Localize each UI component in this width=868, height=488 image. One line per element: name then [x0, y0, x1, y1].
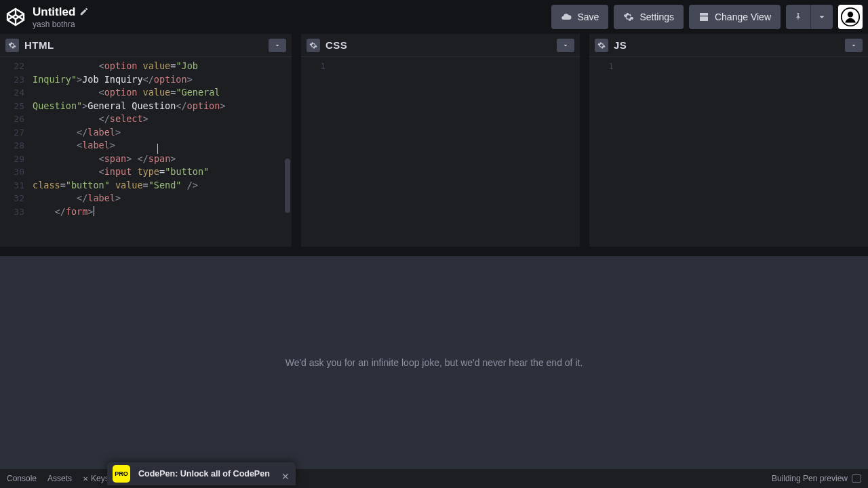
- code-css-body[interactable]: [331, 57, 580, 247]
- gear-icon: [8, 41, 16, 49]
- pin-split-button: [786, 5, 833, 29]
- keys-button[interactable]: Keys: [83, 474, 109, 483]
- chevron-down-icon: [561, 41, 570, 49]
- pane-js-header: JS: [589, 34, 868, 57]
- gear-icon: [623, 12, 634, 22]
- code-gutter: 1: [301, 57, 331, 247]
- pane-css-title: CSS: [326, 39, 347, 51]
- pane-html: HTML 222324252627282930313233 <option va…: [0, 34, 292, 247]
- pane-js-settings-button[interactable]: [595, 39, 608, 52]
- save-button[interactable]: Save: [551, 5, 608, 29]
- settings-label: Settings: [639, 12, 674, 22]
- console-button[interactable]: Console: [7, 474, 37, 483]
- pane-html-title: HTML: [24, 39, 54, 51]
- promo-close-button[interactable]: ✕: [279, 470, 292, 483]
- pane-js: JS 1: [589, 34, 868, 247]
- gear-icon: [597, 41, 606, 49]
- assets-button[interactable]: Assets: [47, 474, 72, 483]
- pane-css-menu-button[interactable]: [557, 39, 574, 52]
- pen-title[interactable]: Untitled: [33, 6, 75, 19]
- pane-css-header: CSS: [301, 34, 580, 57]
- preview-window-icon[interactable]: [852, 474, 861, 483]
- pin-caret-button[interactable]: [810, 5, 833, 29]
- pane-css: CSS 1: [301, 34, 580, 247]
- pane-js-title: JS: [614, 39, 627, 51]
- layout-icon: [698, 12, 709, 22]
- pen-author[interactable]: yash bothra: [33, 20, 89, 29]
- pro-badge: PRO: [113, 465, 130, 483]
- code-html-editor[interactable]: 222324252627282930313233 <option value="…: [0, 57, 292, 247]
- gear-icon: [309, 41, 317, 49]
- pane-html-header: HTML: [0, 34, 292, 57]
- settings-button[interactable]: Settings: [614, 5, 684, 29]
- change-view-button[interactable]: Change View: [689, 5, 781, 29]
- svg-rect-4: [700, 16, 708, 21]
- code-css-editor[interactable]: 1: [301, 57, 580, 247]
- pane-css-settings-button[interactable]: [307, 39, 320, 52]
- change-view-label: Change View: [715, 12, 771, 22]
- code-js-editor[interactable]: 1: [589, 57, 868, 247]
- svg-point-7: [848, 12, 853, 17]
- pane-js-menu-button[interactable]: [845, 39, 863, 52]
- editor-row: HTML 222324252627282930313233 <option va…: [0, 34, 868, 247]
- chevron-down-icon: [850, 41, 858, 49]
- pin-icon: [793, 12, 804, 22]
- topbar: Untitled yash bothra Save Settings Chang…: [0, 0, 868, 34]
- chevron-down-icon: [816, 12, 827, 22]
- scrollbar-thumb[interactable]: [285, 159, 290, 213]
- avatar[interactable]: [838, 5, 863, 29]
- promo-text: CodePen: Unlock all of CodePen: [138, 469, 270, 479]
- codepen-logo-icon[interactable]: [5, 7, 26, 27]
- save-label: Save: [577, 12, 599, 22]
- promo-card[interactable]: PRO CodePen: Unlock all of CodePen ✕: [107, 462, 296, 485]
- preview-placeholder-text: We'd ask you for an infinite loop joke, …: [285, 357, 583, 368]
- preview-pane: We'd ask you for an infinite loop joke, …: [0, 247, 868, 469]
- code-gutter: 222324252627282930313233: [0, 57, 30, 247]
- code-js-body[interactable]: [619, 57, 868, 247]
- text-caret-icon: [157, 144, 158, 154]
- chevron-down-icon: [273, 41, 281, 49]
- code-gutter: 1: [589, 57, 619, 247]
- edit-title-icon[interactable]: [79, 7, 89, 18]
- code-html-body[interactable]: <option value="Job Inquiry">Job Inquiry<…: [30, 57, 292, 247]
- pane-html-settings-button[interactable]: [5, 39, 19, 52]
- pin-button[interactable]: [786, 5, 810, 29]
- pane-html-menu-button[interactable]: [269, 39, 286, 52]
- svg-rect-3: [700, 13, 708, 16]
- title-block: Untitled yash bothra: [33, 6, 89, 29]
- cloud-icon: [561, 12, 572, 22]
- build-status: Building Pen preview: [772, 474, 848, 483]
